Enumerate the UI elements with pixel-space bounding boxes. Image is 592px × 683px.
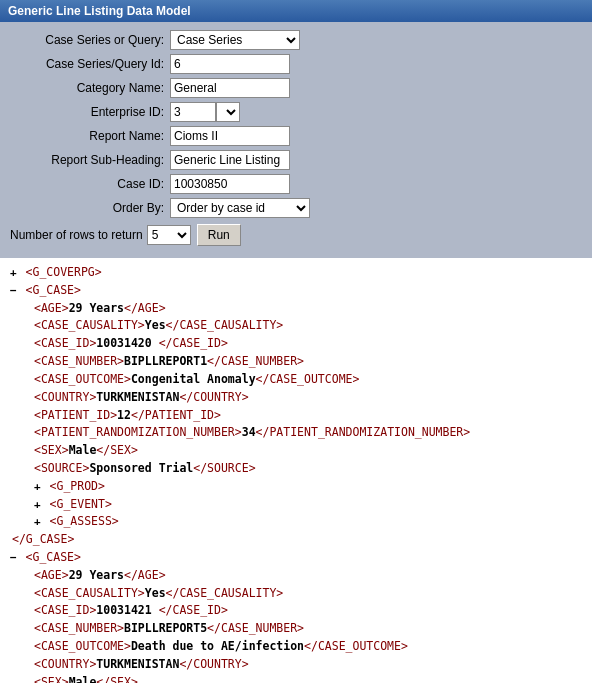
case-series-row: Case Series or Query: Case Series Query [10, 30, 582, 50]
window-title: Generic Line Listing Data Model [0, 0, 592, 22]
report-name-row: Report Name: [10, 126, 582, 146]
window: Generic Line Listing Data Model Case Ser… [0, 0, 592, 683]
report-name-label: Report Name: [10, 129, 170, 143]
xml-line-source-1: <SOURCE>Sponsored Trial</SOURCE> [10, 460, 582, 478]
xml-line-gevent: + <G_EVENT> [10, 496, 582, 514]
xml-line-gcase-close-1: </G_CASE> [10, 531, 582, 549]
xml-line-country-1: <COUNTRY>TURKMENISTAN</COUNTRY> [10, 389, 582, 407]
xml-line-gassess: + <G_ASSESS> [10, 513, 582, 531]
enterprise-id-label: Enterprise ID: [10, 105, 170, 119]
gcase2-tag: <G_CASE> [26, 550, 81, 564]
xml-line-casenumber-2: <CASE_NUMBER>BIPLLREPORT5</CASE_NUMBER> [10, 620, 582, 638]
gassess-tag: <G_ASSESS> [50, 514, 119, 528]
gprod-tag: <G_PROD> [50, 479, 105, 493]
xml-line-causality-2: <CASE_CAUSALITY>Yes</CASE_CAUSALITY> [10, 585, 582, 603]
gassess-toggle[interactable]: + [34, 515, 41, 528]
xml-line-sex-1: <SEX>Male</SEX> [10, 442, 582, 460]
form-area: Case Series or Query: Case Series Query … [0, 22, 592, 258]
rows-label: Number of rows to return [10, 228, 143, 242]
category-name-input[interactable] [170, 78, 290, 98]
case-series-id-label: Case Series/Query Id: [10, 57, 170, 71]
enterprise-id-select[interactable]: ▼ [216, 102, 240, 122]
order-by-select[interactable]: Order by case id Order by date [170, 198, 310, 218]
gcase2-toggle[interactable]: − [10, 551, 17, 564]
report-sub-heading-label: Report Sub-Heading: [10, 153, 170, 167]
coverpg-tag: <G_COVERPG> [26, 265, 102, 279]
xml-line-age-2: <AGE>29 Years</AGE> [10, 567, 582, 585]
xml-line-patientrand-1: <PATIENT_RANDOMIZATION_NUMBER>34</PATIEN… [10, 424, 582, 442]
xml-line-country-2: <COUNTRY>TURKMENISTAN</COUNTRY> [10, 656, 582, 674]
xml-line-sex-2: <SEX>Male</SEX> [10, 674, 582, 683]
gcase1-toggle[interactable]: − [10, 284, 17, 297]
gevent-toggle[interactable]: + [34, 498, 41, 511]
gprod-toggle[interactable]: + [34, 480, 41, 493]
xml-line-gprod: + <G_PROD> [10, 478, 582, 496]
xml-line-patientid-1: <PATIENT_ID>12</PATIENT_ID> [10, 407, 582, 425]
case-series-label: Case Series or Query: [10, 33, 170, 47]
enterprise-id-input[interactable] [170, 102, 216, 122]
coverpg-toggle[interactable]: + [10, 266, 17, 279]
case-id-input[interactable] [170, 174, 290, 194]
xml-line-causality-1: <CASE_CAUSALITY>Yes</CASE_CAUSALITY> [10, 317, 582, 335]
xml-line-age-1: <AGE>29 Years</AGE> [10, 300, 582, 318]
case-series-id-input[interactable] [170, 54, 290, 74]
order-by-row: Order By: Order by case id Order by date [10, 198, 582, 218]
xml-output-area: + <G_COVERPG> − <G_CASE> <AGE>29 Years</… [0, 258, 592, 683]
case-series-select[interactable]: Case Series Query [170, 30, 300, 50]
case-id-label: Case ID: [10, 177, 170, 191]
rows-run-area: Number of rows to return 5 10 20 50 Run [10, 224, 582, 246]
window-title-text: Generic Line Listing Data Model [8, 4, 191, 18]
report-sub-heading-input[interactable] [170, 150, 290, 170]
rows-select[interactable]: 5 10 20 50 [147, 225, 191, 245]
case-id-row: Case ID: [10, 174, 582, 194]
order-by-label: Order By: [10, 201, 170, 215]
xml-line-coverpg: + <G_COVERPG> [10, 264, 582, 282]
report-sub-heading-row: Report Sub-Heading: [10, 150, 582, 170]
xml-line-gcase-1: − <G_CASE> [10, 282, 582, 300]
gevent-tag: <G_EVENT> [50, 497, 112, 511]
category-name-row: Category Name: [10, 78, 582, 98]
gcase1-tag: <G_CASE> [26, 283, 81, 297]
xml-line-caseoutcome-2: <CASE_OUTCOME>Death due to AE/infection<… [10, 638, 582, 656]
xml-line-caseid-1: <CASE_ID>10031420 </CASE_ID> [10, 335, 582, 353]
category-name-label: Category Name: [10, 81, 170, 95]
run-button[interactable]: Run [197, 224, 241, 246]
report-name-input[interactable] [170, 126, 290, 146]
xml-line-caseoutcome-1: <CASE_OUTCOME>Congenital Anomaly</CASE_O… [10, 371, 582, 389]
enterprise-id-row: Enterprise ID: ▼ [10, 102, 582, 122]
xml-line-caseid-2: <CASE_ID>10031421 </CASE_ID> [10, 602, 582, 620]
xml-line-gcase-2: − <G_CASE> [10, 549, 582, 567]
case-series-id-row: Case Series/Query Id: [10, 54, 582, 74]
xml-line-casenumber-1: <CASE_NUMBER>BIPLLREPORT1</CASE_NUMBER> [10, 353, 582, 371]
